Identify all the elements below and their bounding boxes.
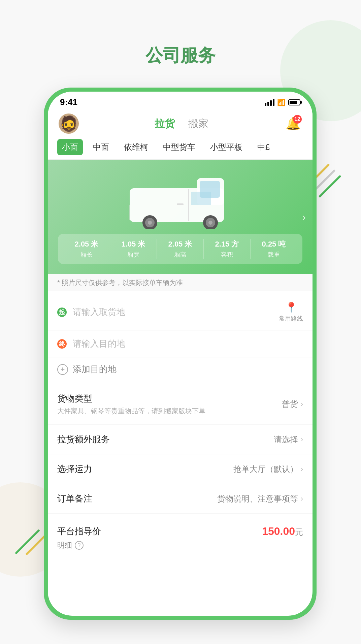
svg-rect-4: [191, 192, 211, 205]
vehicle-tab-xiaomian[interactable]: 小面: [57, 139, 83, 155]
page-title: 公司服务: [0, 44, 361, 67]
destination-row[interactable]: 终 请输入目的地: [48, 330, 313, 357]
order-note-row[interactable]: 订单备注 货物说明、注意事项等 ›: [48, 484, 313, 514]
phone-inner: 9:41 📶 🧔 拉货 搬家: [48, 92, 313, 616]
vehicle-specs: 2.05 米 厢长 1.05 米 厢宽 2.05 米 厢高 2.15 方 容积: [58, 234, 302, 264]
pickup-row[interactable]: 起 请输入取货地 📍 常用路线: [48, 294, 313, 330]
price-unit: 元: [295, 527, 303, 537]
chevron-right-icon: ›: [301, 400, 303, 409]
transport-row[interactable]: 选择运力 抢单大厅（默认） ›: [48, 454, 313, 484]
location-pin-icon: 📍: [285, 301, 297, 313]
vehicle-display: › 2.05 米 厢长 1.05 米 厢宽 2.05 米 厢高: [48, 160, 313, 274]
notification-button[interactable]: 🔔 12: [284, 115, 302, 132]
tab-lahuo[interactable]: 拉货: [155, 117, 175, 131]
price-value: 150.00: [262, 525, 295, 537]
svg-point-7: [148, 221, 152, 225]
add-icon: +: [57, 364, 68, 375]
vehicle-tab-zhongmian[interactable]: 中面: [88, 139, 114, 155]
chevron-right-icon: ›: [301, 494, 303, 503]
svg-point-10: [208, 221, 212, 225]
nav-tabs: 拉货 搬家: [155, 117, 208, 131]
pickup-input[interactable]: 请输入取货地: [73, 306, 279, 318]
signal-icon: [265, 99, 274, 106]
svg-rect-11: [177, 203, 184, 205]
chevron-right-icon: ›: [301, 435, 303, 444]
add-destination-label: 添加目的地: [73, 363, 117, 375]
vehicle-tab-zhonghuo[interactable]: 中型货车: [158, 139, 200, 155]
vehicle-image: [116, 166, 244, 230]
notch: [153, 92, 207, 104]
vehicle-next-icon[interactable]: ›: [302, 211, 306, 223]
app-header: 🧔 拉货 搬家 🔔 12: [48, 110, 313, 139]
avatar[interactable]: 🧔: [59, 114, 79, 134]
price-section: 平台指导价 150.00元 明细 ?: [48, 516, 313, 557]
disclaimer: * 照片尺寸仅供参考，以实际接单车辆为准: [48, 274, 313, 291]
status-time: 9:41: [60, 97, 77, 107]
location-form: 起 请输入取货地 📍 常用路线 终 请输入目的地 + 添加目的地: [48, 294, 313, 381]
spec-weight: 0.25 吨 载重: [252, 239, 296, 259]
spec-length: 2.05 米 厢长: [65, 239, 108, 259]
help-icon[interactable]: ?: [75, 541, 84, 550]
extra-service-row[interactable]: 拉货额外服务 请选择 ›: [48, 425, 313, 454]
vehicle-tab-yiweike[interactable]: 依维柯: [119, 139, 153, 155]
end-dot: 终: [57, 339, 67, 349]
route-button[interactable]: 📍 常用路线: [279, 301, 303, 323]
spec-width: 1.05 米 厢宽: [111, 239, 155, 259]
price-label: 平台指导价: [57, 525, 101, 537]
tab-banjia[interactable]: 搬家: [188, 117, 208, 131]
spec-volume: 2.15 方 容积: [205, 239, 249, 259]
vehicle-tab-xiaoping[interactable]: 小型平板: [205, 139, 247, 155]
vehicle-tab-zhong2[interactable]: 中£: [253, 139, 274, 155]
notification-badge: 12: [293, 115, 302, 124]
phone-frame: 9:41 📶 🧔 拉货 搬家: [44, 88, 317, 620]
battery-icon: [288, 99, 300, 105]
add-destination-button[interactable]: + 添加目的地: [48, 357, 313, 381]
options-section: 货物类型 大件家具、钢琴等贵重物品等，请到搬家版块下单 普货 › 拉货额外服务 …: [48, 384, 313, 514]
chevron-right-icon: ›: [301, 465, 303, 474]
vehicle-tabs: 小面 中面 依维柯 中型货车 小型平板 中£: [48, 139, 313, 160]
status-icons: 📶: [265, 98, 300, 106]
cargo-type-row[interactable]: 货物类型 大件家具、钢琴等贵重物品等，请到搬家版块下单 普货 ›: [48, 384, 313, 425]
spec-height: 2.05 米 厢高: [158, 239, 202, 259]
destination-input[interactable]: 请输入目的地: [73, 338, 303, 350]
price-detail-link[interactable]: 明细: [57, 540, 72, 550]
wifi-icon: 📶: [277, 98, 286, 106]
start-dot: 起: [57, 308, 67, 317]
